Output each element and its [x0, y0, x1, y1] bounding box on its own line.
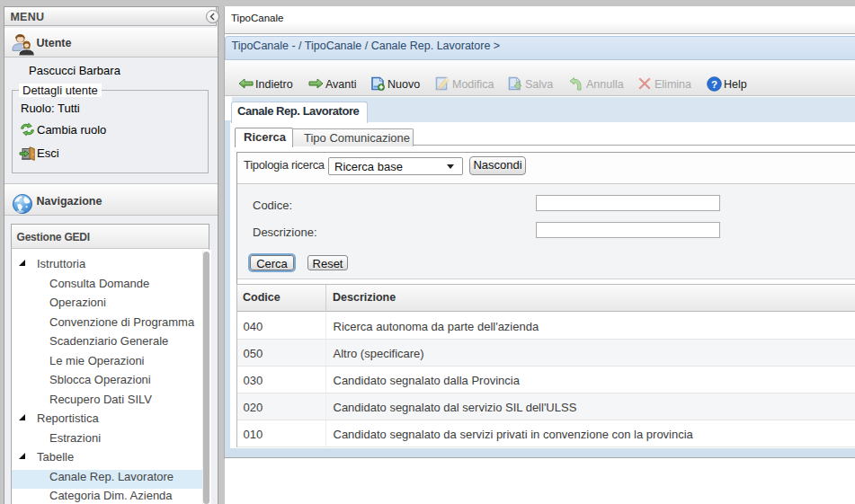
svg-text:?: ? [711, 79, 717, 90]
